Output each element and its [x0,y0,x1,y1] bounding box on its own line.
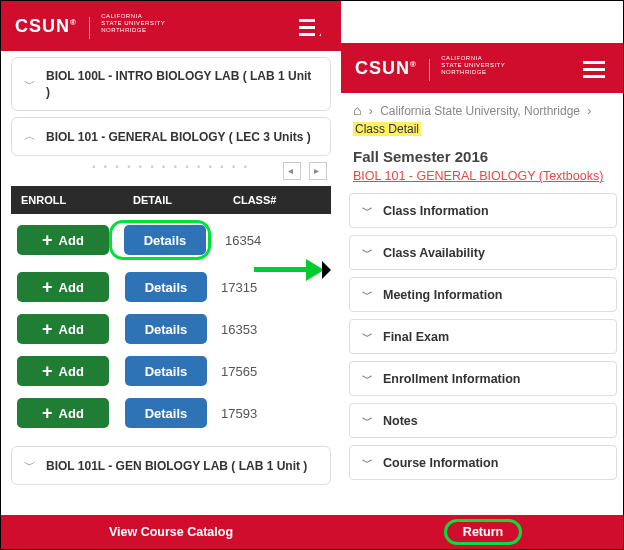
details-button[interactable]: Details [125,398,207,428]
section-class-information[interactable]: ﹀Class Information [349,193,617,228]
add-button[interactable]: +Add [17,272,109,302]
details-button[interactable]: Details [125,272,207,302]
home-icon[interactable]: ⌂ [353,102,361,118]
textbooks-link[interactable]: BIOL 101 - GENERAL BIOLOGY (Textbooks) [341,169,624,193]
course-accordion-biol101l[interactable]: ﹀ BIOL 101L - GEN BIOLOGY LAB ( LAB 1 Un… [11,446,331,485]
accordion-title: BIOL 101L - GEN BIOLOGY LAB ( LAB 1 Unit… [46,458,307,474]
add-button[interactable]: +Add [17,356,109,386]
class-sections-table: ENROLL DETAIL CLASS# +Add Details 16354 … [11,186,331,434]
breadcrumb-univ[interactable]: California State University, Northridge [380,104,580,118]
return-button[interactable]: Return [444,519,522,545]
semester-title: Fall Semester 2016 [341,142,624,169]
accordion-title: BIOL 101 - GENERAL BIOLOGY ( LEC 3 Units… [46,129,311,145]
table-row: +Add Details 17315 [11,266,331,308]
pager-next-button[interactable]: ▸ [309,162,327,180]
add-button[interactable]: +Add [17,225,109,255]
table-row: +Add Details 17593 [11,392,331,434]
chevron-down-icon: ﹀ [362,371,373,386]
bottom-action-bar: View Course Catalog Return [1,515,624,549]
table-row: +Add Details 16353 [11,308,331,350]
class-number: 17593 [207,406,331,421]
section-meeting-information[interactable]: ﹀Meeting Information [349,277,617,312]
breadcrumb: ⌂ › California State University, Northri… [341,93,624,142]
left-app-header: CSUN® CALIFORNIA STATE UNIVERSITY NORTHR… [1,1,341,51]
chevron-down-icon: ﹀ [362,287,373,302]
section-final-exam[interactable]: ﹀Final Exam [349,319,617,354]
chevron-down-icon: ﹀ [362,203,373,218]
chevron-down-icon: ﹀ [362,245,373,260]
section-notes[interactable]: ﹀Notes [349,403,617,438]
highlight-circle: Details [109,220,211,260]
table-row: +Add Details 16354 [11,214,331,266]
section-class-availability[interactable]: ﹀Class Availability [349,235,617,270]
add-button[interactable]: +Add [17,314,109,344]
col-header-enroll: ENROLL [11,186,123,214]
details-button[interactable]: Details [124,225,206,255]
table-header-row: ENROLL DETAIL CLASS# [11,186,331,214]
pager-prev-button[interactable]: ◂ [283,162,301,180]
details-button[interactable]: Details [125,356,207,386]
section-enrollment-information[interactable]: ﹀Enrollment Information [349,361,617,396]
pagination-dots: • • • • • • • • • • • • • • ◂ ▸ [11,162,331,184]
details-button[interactable]: Details [125,314,207,344]
section-course-information[interactable]: ﹀Course Information [349,445,617,480]
csun-logo: CSUN® CALIFORNIA STATE UNIVERSITY NORTHR… [15,13,165,40]
breadcrumb-current: Class Detail [353,122,421,136]
chevron-down-icon: ﹀ [24,76,36,93]
view-course-catalog-button[interactable]: View Course Catalog [109,525,233,539]
course-accordion-biol100l[interactable]: ﹀ BIOL 100L - INTRO BIOLOGY LAB ( LAB 1 … [11,57,331,111]
csun-logo: CSUN® CALIFORNIA STATE UNIVERSITY NORTHR… [355,55,505,82]
col-header-detail: DETAIL [123,186,223,214]
add-button[interactable]: +Add [17,398,109,428]
course-accordion-biol101[interactable]: ︿ BIOL 101 - GENERAL BIOLOGY ( LEC 3 Uni… [11,117,331,156]
accordion-title: BIOL 100L - INTRO BIOLOGY LAB ( LAB 1 Un… [46,68,318,100]
right-app-header: CSUN® CALIFORNIA STATE UNIVERSITY NORTHR… [341,43,624,93]
chevron-down-icon: ﹀ [362,329,373,344]
chevron-down-icon: ﹀ [362,413,373,428]
menu-icon[interactable] [583,57,605,82]
chevron-down-icon: ﹀ [24,457,36,474]
class-number: 17315 [207,280,331,295]
chevron-down-icon: ﹀ [362,455,373,470]
class-number: 16353 [207,322,331,337]
class-number: 17565 [207,364,331,379]
class-number: 16354 [211,233,331,248]
col-header-classnum: CLASS# [223,186,331,214]
table-row: +Add Details 17565 [11,350,331,392]
chevron-up-icon: ︿ [24,128,36,145]
